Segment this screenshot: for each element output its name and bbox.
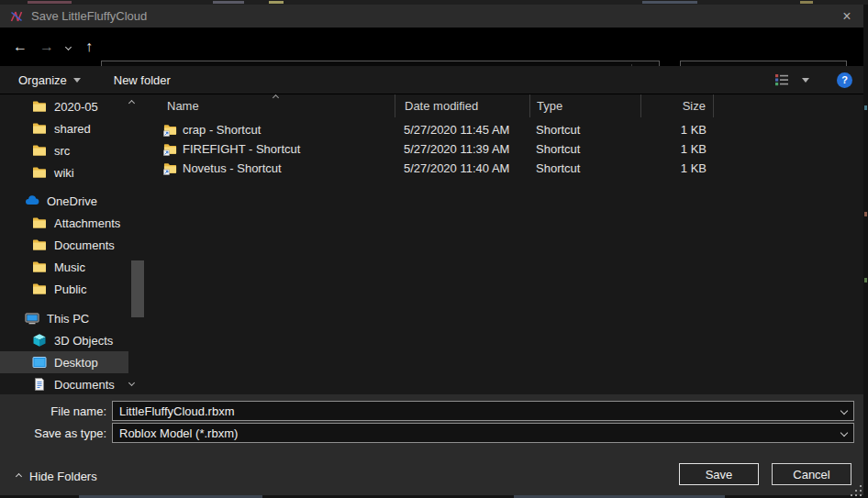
background-fragment bbox=[642, 1, 697, 4]
content-area: 2020-05 shared src wiki OneDrive Attachm… bbox=[0, 94, 863, 394]
save-as-type-value: Roblox Model (*.rbxm) bbox=[113, 426, 819, 440]
up-button[interactable]: ↑ bbox=[77, 35, 101, 59]
file-size: 1 KB bbox=[640, 123, 714, 137]
window-title: Save LittleFluffyCloud bbox=[31, 9, 147, 23]
recent-locations-button[interactable] bbox=[59, 35, 77, 59]
file-type: Shortcut bbox=[529, 142, 640, 156]
cancel-button[interactable]: Cancel bbox=[772, 463, 851, 485]
sidebar-item-shared[interactable]: shared bbox=[0, 117, 128, 139]
sidebar-item-onedrive[interactable]: OneDrive bbox=[0, 190, 128, 212]
document-icon bbox=[32, 377, 47, 392]
back-button[interactable]: ← bbox=[7, 35, 33, 59]
save-as-type-row: Save as type: Roblox Model (*.rbxm) bbox=[0, 423, 863, 443]
column-header-size[interactable]: Size bbox=[640, 94, 714, 117]
sidebar-scroll-up-icon[interactable] bbox=[128, 100, 135, 106]
background-fragment bbox=[269, 1, 284, 4]
views-dropdown-icon[interactable] bbox=[802, 78, 809, 83]
folder-icon bbox=[32, 238, 47, 252]
desktop-icon bbox=[32, 355, 47, 370]
sidebar-item-label: Documents bbox=[54, 378, 115, 392]
organize-label: Organize bbox=[18, 73, 67, 87]
column-header-type[interactable]: Type bbox=[529, 94, 640, 117]
save-as-type-label: Save as type: bbox=[0, 426, 112, 440]
sidebar-item-documents-2[interactable]: Documents bbox=[0, 373, 128, 394]
column-header-name[interactable]: Name bbox=[145, 94, 395, 117]
shortcut-folder-icon bbox=[163, 123, 177, 137]
file-name: crap - Shortcut bbox=[183, 123, 261, 137]
chevron-down-icon[interactable] bbox=[840, 407, 848, 415]
sidebar-item-label: Public bbox=[54, 282, 86, 296]
file-date-modified: 5/27/2020 11:40 AM bbox=[395, 161, 529, 175]
folder-icon bbox=[32, 121, 47, 136]
sidebar-scroll-down-icon[interactable] bbox=[128, 380, 135, 386]
sidebar-item-label: src bbox=[54, 144, 70, 158]
file-name-input[interactable] bbox=[113, 404, 819, 418]
sidebar-item-public[interactable]: Public bbox=[0, 278, 128, 300]
novetus-app-icon bbox=[9, 9, 24, 24]
file-row-firefight-shortcut[interactable]: FIREFIGHT - Shortcut 5/27/2020 11:39 AM … bbox=[145, 139, 863, 159]
background-fragment bbox=[800, 1, 813, 4]
sidebar-item-3d-objects[interactable]: 3D Objects bbox=[0, 329, 128, 351]
sidebar-item-label: Music bbox=[54, 260, 85, 274]
sidebar-item-label: shared bbox=[54, 122, 91, 136]
file-name-combobox[interactable] bbox=[112, 401, 854, 421]
save-button[interactable]: Save bbox=[679, 463, 759, 485]
file-size: 1 KB bbox=[640, 161, 714, 175]
folder-icon bbox=[32, 282, 47, 296]
sidebar-item-this-pc[interactable]: This PC bbox=[0, 307, 128, 329]
background-fragment bbox=[864, 278, 867, 282]
sidebar-item-music[interactable]: Music bbox=[0, 256, 128, 278]
toolbar: Organize New folder ? bbox=[0, 66, 863, 94]
details-view-icon[interactable] bbox=[773, 72, 791, 87]
file-size: 1 KB bbox=[640, 142, 714, 156]
close-button[interactable]: × bbox=[833, 5, 861, 28]
shortcut-folder-icon bbox=[163, 161, 177, 175]
sidebar-item-label: 2020-05 bbox=[54, 100, 98, 114]
folder-icon bbox=[32, 99, 47, 114]
sidebar-item-attachments[interactable]: Attachments bbox=[0, 212, 128, 234]
toolbar-right-group: ? bbox=[773, 72, 852, 88]
folder-icon bbox=[32, 143, 47, 158]
shortcut-folder-icon bbox=[163, 142, 177, 156]
sidebar-item-documents[interactable]: Documents bbox=[0, 234, 128, 256]
file-row-crap-shortcut[interactable]: crap - Shortcut 5/27/2020 11:45 AM Short… bbox=[145, 120, 863, 139]
background-fragment bbox=[864, 212, 867, 216]
sidebar-item-label: 3D Objects bbox=[54, 334, 113, 348]
sidebar-item-src[interactable]: src bbox=[0, 139, 128, 161]
file-name: FIREFIGHT - Shortcut bbox=[183, 142, 300, 156]
sidebar-item-wiki[interactable]: wiki bbox=[0, 161, 128, 183]
titlebar: Save LittleFluffyCloud × bbox=[0, 5, 863, 28]
navigation-pane: 2020-05 shared src wiki OneDrive Attachm… bbox=[0, 94, 145, 394]
sidebar-item-label: OneDrive bbox=[47, 194, 97, 208]
new-folder-label: New folder bbox=[114, 73, 171, 87]
save-as-type-combobox[interactable]: Roblox Model (*.rbxm) bbox=[112, 423, 854, 443]
new-folder-button[interactable]: New folder bbox=[114, 73, 171, 87]
sidebar-scrollbar-thumb[interactable] bbox=[131, 260, 144, 317]
save-dialog-window: Save LittleFluffyCloud × ← → ↑ This PC D… bbox=[0, 0, 868, 498]
file-name-row: File name: bbox=[0, 401, 863, 421]
organize-button[interactable]: Organize bbox=[18, 73, 81, 87]
file-name-cell: FIREFIGHT - Shortcut bbox=[145, 142, 395, 156]
navigation-bar: ← → ↑ This PC Desktop bbox=[0, 28, 863, 66]
chevron-down-icon bbox=[73, 78, 81, 83]
hide-folders-label: Hide Folders bbox=[29, 470, 97, 483]
background-fragment bbox=[864, 105, 867, 110]
sidebar-item-desktop[interactable]: Desktop bbox=[0, 351, 128, 373]
chevron-up-icon bbox=[16, 473, 22, 480]
file-name: Novetus - Shortcut bbox=[183, 161, 282, 175]
folder-icon bbox=[32, 260, 47, 274]
chevron-down-icon[interactable] bbox=[840, 429, 848, 437]
file-date-modified: 5/27/2020 11:45 AM bbox=[395, 123, 529, 137]
file-row-novetus-shortcut[interactable]: Novetus - Shortcut 5/27/2020 11:40 AM Sh… bbox=[145, 159, 863, 178]
file-name-label: File name: bbox=[0, 404, 112, 418]
hide-folders-button[interactable]: Hide Folders bbox=[17, 470, 97, 483]
file-date-modified: 5/27/2020 11:39 AM bbox=[395, 142, 529, 156]
column-header-date-modified[interactable]: Date modified bbox=[395, 94, 529, 117]
file-type: Shortcut bbox=[529, 161, 640, 175]
file-list: Name Date modified Type Size crap - Shor… bbox=[145, 94, 863, 394]
help-button[interactable]: ? bbox=[837, 72, 852, 88]
forward-button[interactable]: → bbox=[35, 35, 59, 59]
chevron-down-icon bbox=[64, 43, 71, 50]
sidebar-item-label: Desktop bbox=[54, 356, 98, 370]
sidebar-item-2020-05[interactable]: 2020-05 bbox=[0, 95, 128, 117]
